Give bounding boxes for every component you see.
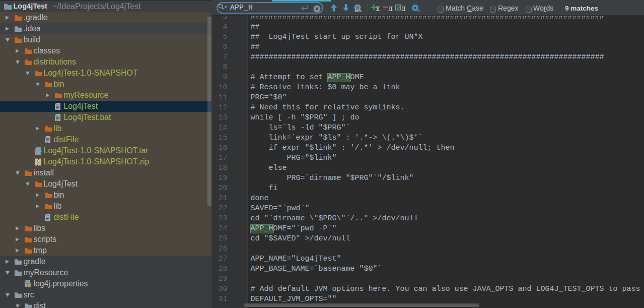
svg-text:?: ? [38, 148, 42, 156]
svg-text:ALL: ALL [354, 10, 361, 13]
